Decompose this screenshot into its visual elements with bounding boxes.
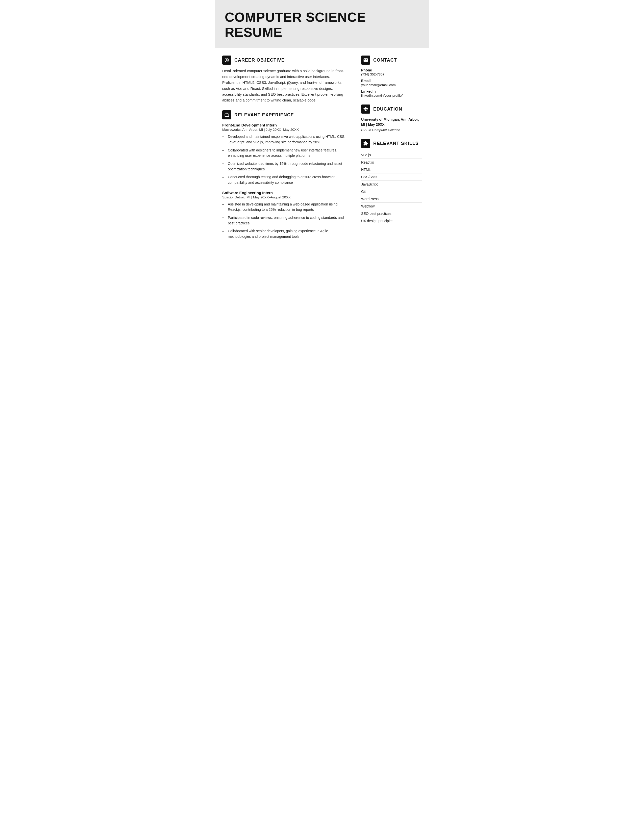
job-2-bullet-3: Collaborated with senior developers, gai… bbox=[222, 228, 346, 239]
skills-header: RELEVANT SKILLS bbox=[361, 139, 422, 148]
career-objective-text: Detail-oriented computer science graduat… bbox=[222, 68, 346, 103]
education-header: EDUCATION bbox=[361, 105, 422, 114]
graduation-cap-icon bbox=[363, 106, 368, 112]
resume-header: COMPUTER SCIENCE RESUME bbox=[215, 0, 429, 48]
job-2-bullets: Assisted in developing and maintaining a… bbox=[222, 202, 346, 240]
job-1-bullet-3: Optimized website load times by 15% thro… bbox=[222, 161, 346, 172]
skill-seo: SEO best practices bbox=[361, 210, 422, 217]
skills-title: RELEVANT SKILLS bbox=[373, 141, 419, 146]
experience-title: RELEVANT EXPERIENCE bbox=[234, 113, 294, 117]
contact-header: CONTACT bbox=[361, 56, 422, 64]
edu-institution: University of Michigan, Ann Arbor, MI | … bbox=[361, 117, 422, 127]
job-2-title: Software Engineering Intern bbox=[222, 191, 346, 195]
job-1-bullets: Developed and maintained responsive web … bbox=[222, 134, 346, 185]
linkedin-value: linkedin.com/in/your-profile/ bbox=[361, 94, 422, 97]
skills-section: RELEVANT SKILLS Vue.js React.js HTML CSS… bbox=[361, 139, 422, 224]
right-column: CONTACT Phone (734) 352-7357 Email your.… bbox=[356, 56, 422, 247]
career-objective-title: CAREER OBJECTIVE bbox=[234, 58, 285, 63]
skills-icon bbox=[361, 139, 370, 148]
skill-html: HTML bbox=[361, 166, 422, 174]
resume-title: COMPUTER SCIENCE RESUME bbox=[225, 10, 419, 40]
phone-label: Phone bbox=[361, 68, 422, 72]
target-icon bbox=[224, 58, 229, 63]
job-2-meta: Spin.io, Detroit, MI | May 20XX–August 2… bbox=[222, 195, 346, 199]
edu-degree: B.S. in Computer Science bbox=[361, 128, 422, 132]
contact-title: CONTACT bbox=[373, 58, 397, 63]
phone-value: (734) 352-7357 bbox=[361, 72, 422, 76]
resume-body: CAREER OBJECTIVE Detail-oriented compute… bbox=[215, 56, 429, 257]
skill-javascript: JavaScript bbox=[361, 181, 422, 188]
skill-webflow: Webflow bbox=[361, 203, 422, 210]
experience-section: RELEVANT EXPERIENCE Front-End Developmen… bbox=[222, 110, 346, 240]
skill-wordpress: WordPress bbox=[361, 195, 422, 203]
job-2-bullet-1: Assisted in developing and maintaining a… bbox=[222, 202, 346, 212]
skill-css-sass: CSS/Sass bbox=[361, 174, 422, 181]
job-1-bullet-1: Developed and maintained responsive web … bbox=[222, 134, 346, 145]
skill-git: Git bbox=[361, 188, 422, 195]
briefcase-icon bbox=[224, 113, 229, 117]
envelope-icon bbox=[363, 58, 368, 63]
career-objective-header: CAREER OBJECTIVE bbox=[222, 56, 346, 64]
experience-header: RELEVANT EXPERIENCE bbox=[222, 110, 346, 119]
experience-icon bbox=[222, 110, 231, 119]
job-1: Front-End Development Intern Macroworks,… bbox=[222, 123, 346, 185]
contact-icon bbox=[361, 56, 370, 64]
skill-vuejs: Vue.js bbox=[361, 151, 422, 159]
email-label: Email bbox=[361, 79, 422, 83]
contact-section: CONTACT Phone (734) 352-7357 Email your.… bbox=[361, 56, 422, 97]
skill-ux: UX design principles bbox=[361, 217, 422, 224]
job-2: Software Engineering Intern Spin.io, Det… bbox=[222, 191, 346, 240]
career-objective-section: CAREER OBJECTIVE Detail-oriented compute… bbox=[222, 56, 346, 103]
job-1-bullet-2: Collaborated with designers to implement… bbox=[222, 148, 346, 159]
career-objective-icon bbox=[222, 56, 231, 64]
puzzle-icon bbox=[363, 141, 368, 146]
job-2-bullet-2: Participated in code reviews, ensuring a… bbox=[222, 215, 346, 226]
job-1-bullet-4: Conducted thorough testing and debugging… bbox=[222, 174, 346, 185]
job-1-title: Front-End Development Intern bbox=[222, 123, 346, 127]
skill-reactjs: React.js bbox=[361, 159, 422, 166]
linkedin-label: LinkedIn bbox=[361, 89, 422, 93]
education-icon bbox=[361, 105, 370, 114]
email-value: your.email@email.com bbox=[361, 83, 422, 87]
left-column: CAREER OBJECTIVE Detail-oriented compute… bbox=[222, 56, 356, 247]
job-1-meta: Macroworks, Ann Arbor, MI | July 20XX–Ma… bbox=[222, 128, 346, 132]
education-section: EDUCATION University of Michigan, Ann Ar… bbox=[361, 105, 422, 132]
contact-info: Phone (734) 352-7357 Email your.email@em… bbox=[361, 68, 422, 97]
education-title: EDUCATION bbox=[373, 106, 402, 112]
skills-list: Vue.js React.js HTML CSS/Sass JavaScript… bbox=[361, 151, 422, 224]
